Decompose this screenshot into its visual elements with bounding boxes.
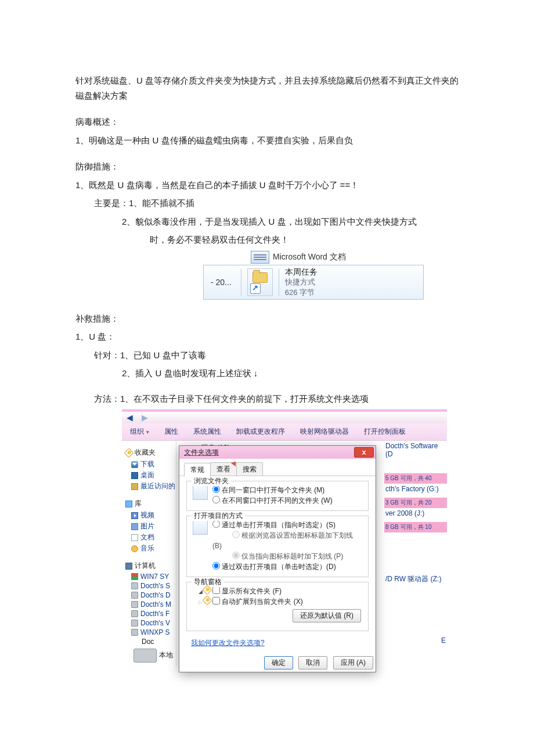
cap-1: 5 GB 可用，共 40 [384,473,447,484]
dialog-title: 文件夹选项 [184,448,219,458]
browse-icon [193,485,208,500]
remedy-header: 补救措施： [75,311,459,326]
open-legend: 打开项目的方式 [192,511,245,521]
nav-drive-0[interactable]: WIN7 SY [140,573,169,581]
explorer-figure: ◀ ▶ 组织▾ 属性 系统属性 卸载或更改程序 映射网络驱动器 打开控制面板 收… [122,409,447,666]
remedy-item-1: 1、U 盘： [75,329,459,344]
navigation-pane: 收藏夹 下载 桌面 最近访问的 库 视频 图片 文档 音乐 计算机 WIN7 S… [122,441,176,666]
cancel-button[interactable]: 取消 [298,656,327,669]
back-icon[interactable]: ◀ [122,412,137,423]
nav-doc-line: Doc [142,638,154,646]
drive-z-name[interactable]: /D RW 驱动器 (Z:) [384,574,447,584]
cap-3: 8 GB 可用，共 10 [384,522,447,532]
nav-recent[interactable]: 最近访问的 [140,481,175,491]
nav-local-line: 本地 [159,650,173,660]
shortcut-size: 626 字节 [285,287,317,298]
help-link[interactable]: 我如何更改文件夹选项? [186,636,269,653]
video-icon [131,512,138,519]
ok-button[interactable]: 确定 [264,656,293,669]
radio-double-click[interactable]: 通过双击打开项目（单击时选定）(D) [212,563,336,571]
word-doc-icon [251,251,269,264]
nav-libraries[interactable]: 库 [135,499,142,509]
explorer-toolbar: 组织▾ 属性 系统属性 卸载或更改程序 映射网络驱动器 打开控制面板 [122,423,447,441]
tab-general[interactable]: 常规 [184,463,211,476]
radio-underline-point[interactable]: 仅当指向图标标题时加下划线 (P) [232,552,343,560]
browse-legend: 浏览文件夹 [192,476,231,486]
big-drive-icon [134,649,157,663]
shortcut-name: 本周任务 [285,267,317,278]
tb-organize[interactable]: 组织▾ [130,427,149,437]
tb-map-drive[interactable]: 映射网络驱动器 [300,427,349,437]
nav-pictures[interactable]: 图片 [140,521,154,531]
forward-icon[interactable]: ▶ [137,412,152,423]
shortcut-left-text: - 20... [207,278,235,287]
drive-g-name[interactable]: cth's Factory (G:) [384,485,447,493]
virus-item-1: 1、明确这是一种由 U 盘传播的磁盘蠕虫病毒，不要擅自实验，后果自负 [75,133,459,148]
tab-search[interactable]: 搜索 [236,462,263,476]
shortcut-folder-icon: ↗ [247,268,273,296]
defence-item-1: 1、既然是 U 盘病毒，当然是在自己的本子插拔 U 盘时千万个小心了 ==！ [75,178,459,193]
tb-uninstall[interactable]: 卸载或更改程序 [236,427,285,437]
picture-icon [131,523,138,530]
tb-open-cp[interactable]: 打开控制面板 [364,427,406,437]
defence-item-2: 2、貌似杀毒没作用，于是当发现插入 U 盘，出现如下图片中文件夹快捷方式 [75,214,459,229]
radio-single-click[interactable]: 通过单击打开项目（指向时选定）(S) [212,521,335,529]
browse-fieldset: 浏览文件夹 在同一窗口中打开每个文件夹 (M) 在不同窗口中打开不同的文件夹 (… [186,481,369,511]
nav-drive-3[interactable]: Docth's M [140,600,171,609]
pointer-icon [193,520,208,535]
tab-view[interactable]: 查看 [210,462,237,476]
drive-j-name[interactable]: ver 2008 (J:) [384,509,447,517]
computer-icon [125,563,132,570]
nav-favorites[interactable]: 收藏夹 [135,448,156,458]
radio-underline-browser[interactable]: 根据浏览器设置给图标标题加下划线 (B) [212,531,353,550]
word-doc-caption: Microsoft Word 文档 [273,252,346,262]
star-icon [124,448,134,458]
download-icon [131,461,138,468]
cap-2: 3 GB 可用，共 20 [384,498,447,508]
virus-header: 病毒概述： [75,114,459,129]
nav-downloads[interactable]: 下载 [140,459,154,469]
close-button[interactable]: x [354,447,374,458]
restore-defaults-button[interactable]: 还原为默认值 (R) [293,609,361,622]
chk-auto-expand[interactable]: 自动扩展到当前文件夹 (X) [212,597,302,606]
library-icon [125,501,132,507]
defence-item-2b: 时，务必不要轻易双击任何文件夹！ [75,232,459,247]
document-icon [131,534,138,541]
chk-show-all[interactable]: 显示所有文件夹 (F) [212,587,282,595]
apply-button[interactable]: 应用 (A) [333,656,373,669]
radio-browse-same[interactable]: 在同一窗口中打开每个文件夹 (M) [212,486,324,494]
shortcut-overlay-icon: ↗ [250,283,261,294]
drive-icon [131,592,138,599]
drive-d-name[interactable]: Docth's Software (D [384,442,447,458]
drive-icon [131,601,138,608]
win-drive-icon [131,573,138,580]
open-fieldset: 打开项目的方式 通过单击打开项目（指向时选定）(S) 根据浏览器设置给图标标题加… [186,516,369,577]
radio-browse-new[interactable]: 在不同窗口中打开不同的文件夹 (W) [212,496,333,505]
remedy-method: 方法：1、在不双击子目录下任何文件夹的前提下，打开系统文件夹选项 [75,391,459,406]
drive-icon [131,582,138,589]
defence-header: 防御措施： [75,159,459,174]
nav-drive-6[interactable]: WINXP S [140,628,169,636]
nav-drive-4[interactable]: Docth's F [140,610,169,618]
navpane-fieldset: 导航窗格 ◢ 显示所有文件夹 (F) ▷ 自动扩展到当前文件夹 (X) 还原为默… [186,582,369,631]
folder-options-dialog: 文件夹选项 x 常规 查看 搜索 浏览文件夹 在同一窗口中打开每个文件夹 (M)… [179,445,376,672]
tb-properties[interactable]: 属性 [164,427,178,437]
drive-icon [131,620,138,627]
desktop-icon [131,472,138,479]
nav-drive-5[interactable]: Docth's V [140,619,170,627]
nav-videos[interactable]: 视频 [140,510,154,520]
nav-desktop[interactable]: 桌面 [140,470,154,480]
recent-icon [131,483,138,490]
nav-computer[interactable]: 计算机 [135,561,156,571]
right-captions: Docth's Software (D 5 GB 可用，共 40 cth's F… [384,441,447,666]
nav-drive-1[interactable]: Docth's S [140,582,170,590]
tb-sys-properties[interactable]: 系统属性 [193,427,221,437]
nav-documents[interactable]: 文档 [140,532,154,542]
intro-paragraph: 针对系统磁盘、U 盘等存储介质文件夹变为快捷方式，并且去掉系统隐藏后仍然看不到真… [75,73,459,103]
drive-icon [131,629,138,636]
nav-drive-2[interactable]: Docth's D [140,591,171,599]
remedy-target: 针对：1、已知 U 盘中了该毒 [75,348,459,363]
nav-music[interactable]: 音乐 [140,543,154,553]
right-e-suffix: E [384,636,447,645]
remedy-target-2: 2、插入 U 盘临时发现有上述症状 ↓ [75,366,459,381]
